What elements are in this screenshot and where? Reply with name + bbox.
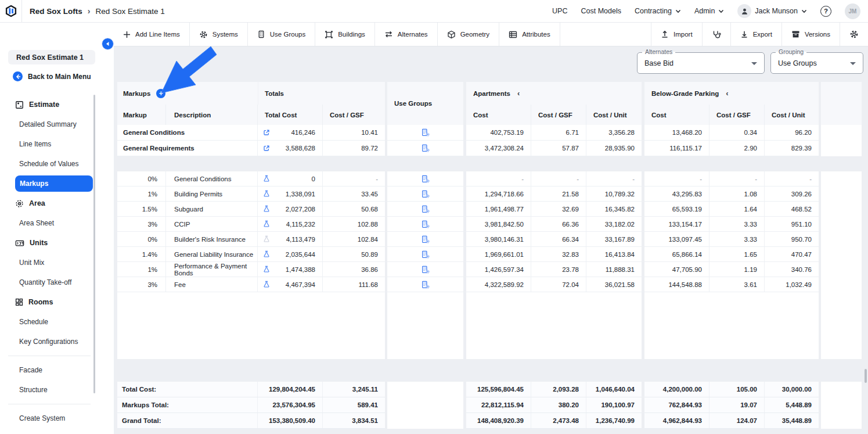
markup-percent[interactable]: 1%	[117, 186, 166, 201]
flask-icon[interactable]	[263, 190, 270, 198]
bgp-cost-gsf: 3.33	[709, 232, 765, 246]
sidebar-item-schedule[interactable]: Schedule	[0, 312, 99, 332]
add-markup-button[interactable]: +	[156, 89, 165, 98]
collapse-bgp-icon[interactable]: ‹	[726, 89, 728, 98]
help-icon[interactable]: ?	[820, 6, 831, 17]
markup-percent[interactable]: 3%	[117, 217, 166, 231]
totals-label: Total Cost:	[117, 382, 258, 397]
breadcrumb: Red Sox Lofts › Red Sox Estimate 1	[22, 7, 165, 16]
external-link-icon[interactable]	[263, 129, 270, 136]
add-line-items-button[interactable]: Add Line Items	[114, 23, 190, 46]
grouping-select[interactable]: Grouping Use Groups	[770, 52, 863, 74]
use-group-building-icon[interactable]	[387, 186, 463, 201]
flask-icon[interactable]	[263, 281, 270, 288]
use-group-building-icon[interactable]	[387, 277, 463, 292]
sidebar-item-area-sheet[interactable]: Area Sheet	[0, 213, 99, 233]
sidebar-scrollbar[interactable]	[93, 95, 95, 393]
markup-usegroup-row	[387, 232, 463, 247]
sidebar-item-line-items[interactable]: Line Items	[0, 134, 99, 154]
bgp-cost: 47,705.90	[644, 262, 709, 277]
sidebar-item-schedule-of-values[interactable]: Schedule of Values	[0, 154, 99, 174]
markup-percent[interactable]: 1%	[117, 262, 166, 277]
sidebar-item-structure[interactable]: Structure	[0, 380, 99, 400]
bgp-cost: 133,154.17	[644, 217, 709, 231]
import-button[interactable]: Import	[651, 23, 702, 46]
flask-icon[interactable]	[263, 175, 270, 182]
apartments-cost: 3,981,842.50	[466, 217, 531, 231]
use-group-building-icon[interactable]	[387, 262, 463, 277]
totals-bgp-row: 762,844.9319.075,448.89	[644, 397, 819, 413]
flask-icon[interactable]	[263, 250, 270, 258]
use-group-building-icon[interactable]	[387, 141, 463, 156]
use-group-building-icon[interactable]	[387, 202, 463, 216]
sidebar-item-markups[interactable]: Markups	[15, 175, 93, 192]
totals-apartments-cost-gsf: 2,093.28	[531, 382, 586, 397]
alternates-button[interactable]: Alternates	[375, 23, 438, 46]
markup-percent[interactable]: 0%	[117, 232, 166, 246]
systems-button[interactable]: Systems	[190, 23, 248, 46]
external-link-icon[interactable]	[263, 145, 270, 152]
geometry-button[interactable]: Geometry	[438, 23, 500, 46]
markup-percent[interactable]: 3%	[117, 277, 166, 292]
table-icon	[509, 31, 517, 38]
nav-admin[interactable]: Admin	[694, 7, 724, 15]
sidebar-item-facade[interactable]: Facade	[0, 360, 99, 380]
gears-icon	[199, 30, 208, 39]
markup-percent[interactable]: 1.5%	[117, 202, 166, 216]
use-groups-button[interactable]: Use Groups	[248, 23, 315, 46]
summary-name: General Requirements	[117, 141, 258, 156]
flask-icon[interactable]	[263, 220, 270, 228]
sidebar: Red Sox Estimate 1 Back to Main Menu Est…	[0, 23, 114, 434]
sidebar-section-estimate[interactable]: Estimate	[0, 95, 99, 114]
breadcrumb-project[interactable]: Red Sox Lofts	[30, 7, 82, 16]
sidebar-item-key-configurations[interactable]: Key Configurations	[0, 332, 99, 351]
vertical-scrollbar[interactable]	[865, 369, 867, 383]
user-menu[interactable]: Jack Munson	[737, 4, 807, 18]
audit-button[interactable]	[702, 23, 730, 46]
markup-percent[interactable]: 0%	[117, 171, 166, 186]
flask-icon[interactable]	[263, 205, 270, 213]
collapse-apartments-icon[interactable]: ‹	[517, 89, 520, 98]
apartments-cost: -	[466, 171, 531, 186]
use-groups-label: Use Groups	[394, 100, 432, 107]
body-bgp-block: ---43,295.831.08309.2665,593.191.64468.5…	[644, 171, 819, 359]
sidebar-item-detailed-summary[interactable]: Detailed Summary	[0, 114, 99, 134]
use-group-building-icon[interactable]	[387, 125, 463, 140]
sidebar-section-area[interactable]: Area	[0, 193, 99, 213]
flask-icon[interactable]	[263, 235, 270, 243]
use-group-building-icon[interactable]	[387, 217, 463, 231]
versions-button[interactable]: Versions	[781, 23, 840, 46]
total-cost-value: 1,338,091	[286, 191, 315, 198]
alternates-select[interactable]: Alternates Base Bid	[637, 52, 765, 74]
alternates-select-value: Base Bid	[644, 59, 673, 67]
sidebar-item-quantity-take-off[interactable]: Quantity Take-off	[0, 272, 99, 292]
flask-icon[interactable]	[263, 266, 270, 273]
use-group-building-icon[interactable]	[387, 232, 463, 246]
settings-button[interactable]	[840, 23, 868, 46]
markup-usegroup-row	[387, 186, 463, 202]
sidebar-section-rooms[interactable]: Rooms	[0, 292, 99, 312]
markup-bgp-row: 47,705.901.19340.76	[644, 262, 819, 277]
apartments-cost-unit: 11,888.31	[586, 262, 642, 277]
app-logo[interactable]	[0, 0, 22, 22]
markup-percent[interactable]: 1.4%	[117, 247, 166, 261]
nav-contracting[interactable]: Contracting	[635, 7, 681, 15]
avatar[interactable]: JM	[845, 3, 860, 19]
nav-upc[interactable]: UPC	[552, 7, 567, 15]
use-group-building-icon[interactable]	[387, 171, 463, 186]
buildings-button[interactable]: Buildings	[315, 23, 375, 46]
bgp-cost-gsf: 1.64	[709, 202, 765, 216]
sidebar-section-units[interactable]: Units	[0, 233, 99, 253]
sidebar-item-create-system[interactable]: Create System	[0, 408, 99, 428]
markup-total-cost-cell: 2,035,644	[258, 247, 323, 261]
use-group-building-icon[interactable]	[387, 247, 463, 261]
export-button[interactable]: Export	[730, 23, 781, 46]
back-to-main-menu[interactable]: Back to Main Menu	[13, 71, 91, 81]
estimate-title-card: Red Sox Estimate 1	[8, 50, 95, 64]
totals-bgp-row: 4,200,000.00105.0030,000.00	[644, 382, 819, 397]
sidebar-collapse-button[interactable]	[102, 38, 114, 50]
nav-cost-models[interactable]: Cost Models	[581, 7, 621, 15]
attributes-button[interactable]: Attributes	[499, 23, 560, 46]
summary-name: General Conditions	[117, 125, 258, 140]
sidebar-item-unit-mix[interactable]: Unit Mix	[0, 253, 99, 272]
